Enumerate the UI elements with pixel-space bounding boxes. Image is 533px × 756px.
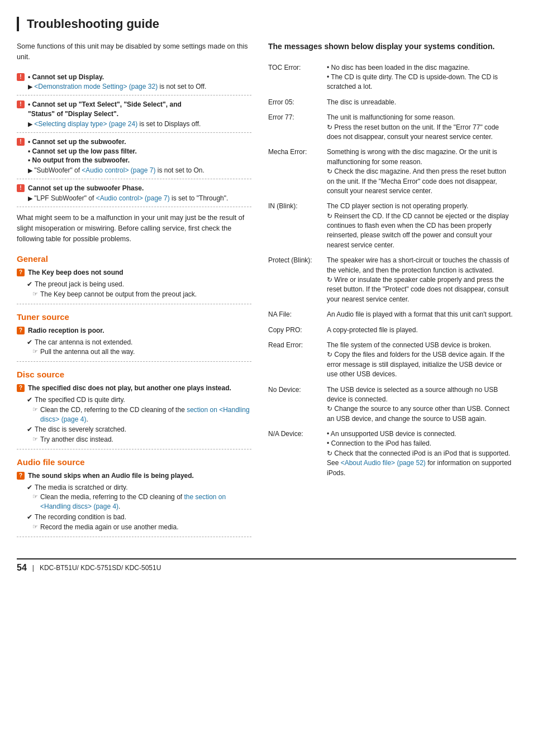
question-icon-3: ?	[17, 384, 25, 392]
problem-4: ? The sound skips when an Audio file is …	[17, 471, 251, 481]
intro-text: Some functions of this unit may be disab…	[17, 41, 251, 63]
problem-1: ? The Key beep does not sound	[17, 268, 251, 277]
mid-text: What might seem to be a malfunction in y…	[17, 213, 251, 244]
warning-link-1[interactable]: <Demonstration mode Setting> (page 32)	[34, 83, 158, 90]
warning-link-3[interactable]: <Audio control> (page 7)	[82, 166, 155, 174]
divider-3	[17, 179, 251, 179]
ref-4a: ☞ Clean the media, referring to the CD c…	[32, 492, 251, 511]
error-code: N/A Device:	[268, 427, 327, 481]
problem-title-2: Radio reception is poor.	[28, 326, 104, 336]
ref-link-3a[interactable]: section on <Handling discs> (page 4)	[40, 406, 250, 423]
check-text-4a: The media is scratched or dirty.	[35, 483, 128, 492]
warning-title-3a: • Cannot set up the subwoofer.	[28, 138, 126, 146]
problem-title-4: The sound skips when an Audio file is be…	[28, 471, 194, 481]
error-desc: • An unsupported USB device is connected…	[327, 427, 516, 481]
warning-sub-2: ▶ <Selecting display type> (page 24) is …	[28, 120, 251, 128]
warning-title-4: Cannot set up the subwoofer Phase.	[28, 184, 144, 193]
divider-7	[17, 449, 251, 449]
table-row: Copy PRO: A copy-protected file is playe…	[268, 323, 516, 338]
check-4a: ✔ The media is scratched or dirty.	[27, 483, 251, 492]
problem-2: ? Radio reception is poor.	[17, 326, 251, 336]
error-desc: The file system of the connected USB dev…	[327, 338, 516, 382]
error-desc: • No disc has been loaded in the disc ma…	[327, 60, 516, 95]
ref-text-3a: Clean the CD, referring to the CD cleani…	[40, 405, 251, 424]
warning-link-2[interactable]: <Selecting display type> (page 24)	[34, 120, 137, 128]
warning-icon-1: !	[17, 73, 25, 81]
ref-3b: ☞ Try another disc instead.	[32, 435, 251, 444]
error-code: Error 77:	[268, 110, 327, 145]
error-desc: The unit is malfunctioning for some reas…	[327, 110, 516, 145]
check-text-2a: The car antenna is not extended.	[35, 338, 132, 347]
ref-text-4a: Clean the media, referring to the CD cle…	[40, 492, 251, 511]
error-code: Copy PRO:	[268, 323, 327, 338]
section-audio: Audio file source	[17, 457, 251, 467]
error-code: Protect (Blink):	[268, 253, 327, 307]
check-text-3a: The specified CD is quite dirty.	[35, 395, 125, 405]
table-row: N/A Device: • An unsupported USB device …	[268, 427, 516, 481]
check-text-1a: The preout jack is being used.	[35, 280, 124, 289]
left-column: Some functions of this unit may be disab…	[17, 41, 251, 542]
footer-bar: 54 | KDC-BT51U/ KDC-5751SD/ KDC-5051U	[17, 558, 516, 573]
error-desc: The disc is unreadable.	[327, 95, 516, 110]
problem-3: ? The specified disc does not play, but …	[17, 384, 251, 393]
warning-sub-4: ▶ "LPF SubWoofer" of <Audio control> (pa…	[28, 194, 251, 202]
warning-title-3c: • No output from the subwoofer.	[28, 156, 130, 164]
warning-link-4[interactable]: <Audio control> (page 7)	[96, 194, 170, 202]
warning-block-3: ! • Cannot set up the subwoofer. • Canno…	[17, 137, 251, 174]
ref-2a: ☞ Pull the antenna out all the way.	[32, 347, 251, 357]
question-icon-1: ?	[17, 269, 25, 276]
error-code: IN (Blink):	[268, 199, 327, 253]
divider-5	[17, 304, 251, 304]
warning-icon-2: !	[17, 101, 25, 108]
check-4b: ✔ The recording condition is bad.	[27, 513, 251, 522]
table-row: Mecha Error: Something is wrong with the…	[268, 145, 516, 199]
table-row: Protect (Blink): The speaker wire has a …	[268, 253, 516, 307]
problem-title-3: The specified disc does not play, but an…	[28, 384, 231, 393]
check-2a: ✔ The car antenna is not extended.	[27, 338, 251, 347]
table-row: Read Error: The file system of the conne…	[268, 338, 516, 382]
right-heading: The messages shown below display your sy…	[268, 41, 516, 52]
warning-block-2: ! • Cannot set up "Text Select", "Side S…	[17, 100, 251, 128]
check-1a: ✔ The preout jack is being used.	[27, 280, 251, 289]
ref-text-4b: Record the media again or use another me…	[40, 523, 178, 532]
check-text-3b: The disc is severely scratched.	[35, 425, 126, 434]
error-desc: The USB device is selected as a source a…	[327, 382, 516, 427]
warning-block-1: ! • Cannot set up Display. ▶ <Demonstrat…	[17, 73, 251, 91]
ref-text-3b: Try another disc instead.	[40, 435, 113, 444]
warning-icon-4: !	[17, 184, 25, 192]
error-desc: A copy-protected file is played.	[327, 323, 516, 338]
table-row: NA File: An Audio file is played with a …	[268, 307, 516, 322]
error-code: Error 05:	[268, 95, 327, 110]
section-general: General	[17, 254, 251, 264]
divider-6	[17, 361, 251, 362]
footer-page-number: 54	[17, 563, 27, 573]
warning-block-4: ! Cannot set up the subwoofer Phase. ▶ "…	[17, 184, 251, 202]
error-link-na[interactable]: <About Audio file> (page 52)	[341, 459, 426, 467]
warning-sub-1: ▶ <Demonstration mode Setting> (page 32)…	[28, 83, 251, 90]
table-row: Error 05: The disc is unreadable.	[268, 95, 516, 110]
table-row: IN (Blink): The CD player section is not…	[268, 199, 516, 253]
divider-4	[17, 207, 251, 207]
warning-title-3b: • Cannot set up the low pass filter.	[28, 147, 137, 155]
ref-text-2a: Pull the antenna out all the way.	[40, 347, 135, 357]
error-code: TOC Error:	[268, 60, 327, 95]
ref-link-4a[interactable]: the section on <Handling discs> (page 4)	[40, 493, 226, 510]
right-column: The messages shown below display your sy…	[268, 41, 516, 542]
error-code: No Device:	[268, 382, 327, 427]
error-code: Mecha Error:	[268, 145, 327, 199]
table-row: TOC Error: • No disc has been loaded in …	[268, 60, 516, 95]
footer-models: KDC-BT51U/ KDC-5751SD/ KDC-5051U	[40, 564, 161, 572]
error-code: Read Error:	[268, 338, 327, 382]
ref-1a: ☞ The Key beep cannot be output from the…	[32, 290, 251, 299]
section-tuner: Tuner source	[17, 312, 251, 322]
error-code: NA File:	[268, 307, 327, 322]
warning-sub-3: ▶ "SubWoofer" of <Audio control> (page 7…	[28, 166, 251, 174]
error-desc: The speaker wire has a short-circuit or …	[327, 253, 516, 307]
warning-title-2: • Cannot set up "Text Select", "Side Sel…	[28, 100, 182, 119]
error-desc: An Audio file is played with a format th…	[327, 307, 516, 322]
ref-4b: ☞ Record the media again or use another …	[32, 523, 251, 532]
error-desc: Something is wrong with the disc magazin…	[327, 145, 516, 199]
error-desc: The CD player section is not operating p…	[327, 199, 516, 253]
warning-icon-3: !	[17, 138, 25, 146]
section-disc: Disc source	[17, 370, 251, 379]
